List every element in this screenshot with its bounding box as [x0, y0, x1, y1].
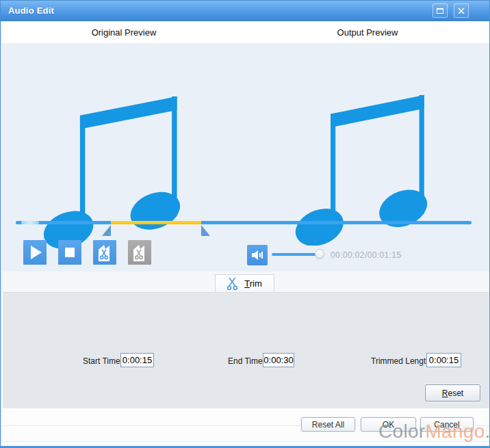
start-time-field[interactable] — [120, 353, 154, 367]
trim-panel: Start Time End Time Trimmed Length Reset — [3, 292, 489, 408]
original-preview-label: Original Preview — [2, 21, 246, 43]
stop-button[interactable] — [58, 240, 81, 265]
ok-button[interactable]: OK — [361, 417, 416, 432]
tab-trim-label: Trim — [244, 278, 262, 289]
timeline-track[interactable] — [16, 221, 472, 224]
reset-all-button[interactable]: Reset All — [301, 417, 355, 432]
scissors-cut-disabled-icon — [132, 243, 147, 262]
tab-strip: Trim — [2, 272, 489, 292]
scissors-cut-icon — [97, 243, 112, 262]
maximize-button[interactable] — [433, 3, 448, 18]
speaker-icon — [250, 248, 264, 262]
output-preview-label: Output Preview — [246, 21, 489, 43]
music-note-original — [42, 95, 182, 248]
volume-button[interactable] — [247, 245, 268, 265]
end-time-field[interactable] — [263, 353, 294, 367]
audio-edit-dialog: Audio Edit Original Preview Output Previ… — [0, 0, 490, 448]
time-display: 00:00:02/00:01:15 — [331, 250, 402, 260]
preview-area: 00:00:02/00:01:15 — [2, 43, 489, 272]
stop-icon — [65, 248, 75, 257]
footer-divider-top — [2, 425, 489, 426]
volume-slider[interactable] — [272, 253, 321, 256]
trim-cut-button-disabled — [128, 240, 151, 265]
trim-cut-button[interactable] — [93, 240, 116, 265]
start-time-label: Start Time — [83, 356, 120, 366]
trim-end-handle[interactable] — [201, 225, 210, 236]
play-icon — [31, 246, 42, 259]
tab-trim[interactable]: Trim — [215, 274, 274, 292]
end-time-label: End Time — [228, 356, 263, 366]
reset-button[interactable]: Reset — [425, 384, 480, 401]
trimmed-length-field[interactable] — [426, 353, 461, 367]
cancel-button[interactable]: Cancel — [420, 417, 474, 432]
maximize-icon — [437, 8, 443, 14]
close-button[interactable] — [454, 3, 469, 18]
timeline-progress — [21, 221, 39, 224]
trimmed-length-label: Trimmed Length — [371, 356, 430, 366]
title-bar: Audio Edit — [1, 1, 489, 21]
volume-slider-knob[interactable] — [315, 249, 324, 259]
window-title: Audio Edit — [8, 5, 54, 16]
close-icon — [458, 8, 465, 14]
play-button[interactable] — [23, 240, 47, 265]
footer-divider-bottom — [2, 441, 489, 442]
timeline-selection[interactable] — [111, 221, 201, 224]
scissors-icon — [227, 277, 238, 291]
footer-bar: Reset All OK Cancel ColorMango.com — [2, 408, 489, 446]
preview-header: Original Preview Output Preview — [2, 21, 489, 43]
